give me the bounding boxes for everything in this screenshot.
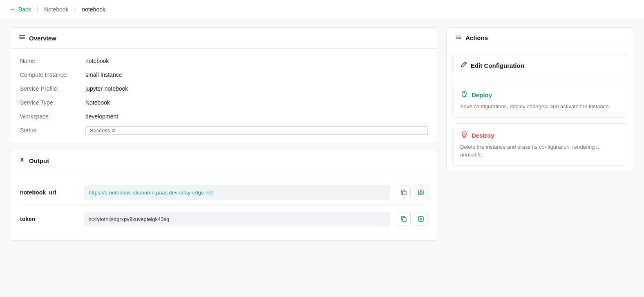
- deploy-icon: [460, 90, 468, 100]
- output-card: Output notebook_url https://s-notebook-q…: [10, 150, 438, 241]
- deploy-label: Deploy: [472, 92, 492, 98]
- actions-header: Actions: [447, 28, 634, 48]
- deploy-title-row: Deploy: [460, 90, 620, 100]
- destroy-title-row: Destroy: [460, 130, 620, 141]
- field-label-compute: Compute Instance:: [20, 71, 85, 79]
- back-label: Back: [18, 6, 31, 13]
- output-row-token: token zc4ytothijsdgrxpv9xuvegteigk43sq: [20, 206, 428, 232]
- copy-token-button[interactable]: [397, 212, 411, 226]
- breadcrumb-parent: Notebook: [44, 6, 69, 13]
- output-actions-token: [397, 212, 428, 226]
- output-body: notebook_url https://s-notebook-qkonnmn.…: [10, 171, 438, 240]
- overview-header: Overview: [10, 28, 438, 49]
- destroy-icon: [460, 130, 468, 141]
- field-value-name: notebook: [85, 57, 428, 65]
- back-arrow-icon: ←: [10, 6, 16, 13]
- output-value-url: https://s-notebook-qkonnmn.paas.dev.rafa…: [89, 190, 213, 196]
- destroy-label: Destroy: [472, 132, 494, 139]
- edit-configuration-label: Edit Configuration: [471, 62, 524, 69]
- overview-icon: [18, 33, 26, 42]
- output-title: Output: [29, 157, 49, 164]
- svg-point-5: [420, 192, 422, 194]
- edit-configuration-button[interactable]: Edit Configuration: [452, 54, 628, 77]
- breadcrumb-current: notebook: [82, 6, 105, 13]
- overview-body: Name: notebook Compute Instance: small-i…: [10, 49, 438, 143]
- breadcrumb-chevron-icon: ›: [74, 6, 76, 13]
- output-value-token: zc4ytothijsdgrxpv9xuvegteigk43sq: [89, 216, 169, 222]
- field-label-workspace: Workspace:: [20, 112, 85, 121]
- pencil-icon: [460, 61, 467, 70]
- field-label-profile: Service Profile:: [20, 85, 85, 93]
- output-actions-url: [397, 185, 428, 199]
- svg-rect-6: [402, 218, 406, 221]
- svg-rect-0: [19, 35, 25, 36]
- topbar: ← Back | Notebook › notebook: [0, 0, 644, 19]
- open-token-button[interactable]: [414, 212, 428, 226]
- svg-rect-3: [402, 191, 406, 195]
- right-column: Actions Edit Configuration: [446, 27, 634, 172]
- field-value-workspace: development: [85, 112, 428, 121]
- edit-title-row: Edit Configuration: [460, 61, 620, 70]
- overview-card: Overview Name: notebook Compute Instance…: [10, 27, 438, 143]
- overview-grid: Name: notebook Compute Instance: small-i…: [20, 57, 428, 135]
- external-link-icon: ⧉: [112, 128, 115, 133]
- actions-title: Actions: [465, 34, 488, 41]
- copy-url-button[interactable]: [397, 185, 411, 199]
- field-value-type: Notebook: [85, 98, 428, 107]
- field-value-compute: small-instance: [85, 71, 428, 79]
- deploy-button[interactable]: Deploy Save configurations, deploy chang…: [452, 83, 628, 118]
- actions-icon: [455, 33, 462, 42]
- field-label-status: Status:: [20, 126, 85, 135]
- status-badge[interactable]: Success ⧉: [85, 126, 428, 135]
- output-header: Output: [10, 150, 438, 171]
- output-icon: [18, 156, 26, 165]
- status-badge-text: Success: [90, 127, 110, 134]
- svg-rect-2: [19, 38, 25, 39]
- left-column: Overview Name: notebook Compute Instance…: [10, 27, 438, 241]
- field-value-profile: jupyter-notebook: [85, 85, 428, 93]
- main-layout: Overview Name: notebook Compute Instance…: [0, 19, 644, 249]
- output-row-url: notebook_url https://s-notebook-qkonnmn.…: [20, 179, 428, 206]
- destroy-button[interactable]: Destroy Delete the instance and erase it…: [452, 123, 628, 166]
- output-key-token: token: [20, 216, 77, 222]
- actions-card: Actions Edit Configuration: [446, 27, 634, 172]
- output-val-wrap-url: https://s-notebook-qkonnmn.paas.dev.rafa…: [84, 185, 390, 200]
- overview-title: Overview: [29, 35, 56, 42]
- field-label-type: Service Type:: [20, 98, 85, 107]
- svg-point-8: [420, 218, 422, 220]
- output-val-wrap-token: zc4ytothijsdgrxpv9xuvegteigk43sq: [84, 212, 390, 226]
- svg-rect-1: [19, 37, 25, 38]
- destroy-description: Delete the instance and erase its config…: [460, 143, 620, 159]
- output-key-url: notebook_url: [20, 189, 77, 196]
- deploy-description: Save configurations, deploy changes, and…: [460, 103, 620, 111]
- open-url-button[interactable]: [414, 185, 428, 199]
- field-label-name: Name:: [20, 57, 85, 65]
- back-button[interactable]: ← Back: [10, 6, 31, 13]
- breadcrumb-separator: |: [37, 6, 38, 13]
